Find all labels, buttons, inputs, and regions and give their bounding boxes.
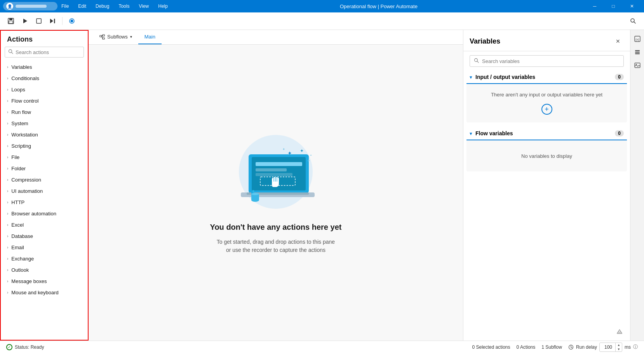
- actions-list: › Variables › Conditionals › Loops › Flo…: [1, 61, 88, 340]
- spin-up-button[interactable]: ▲: [616, 343, 622, 347]
- svg-rect-15: [103, 38, 104, 39]
- variables-icon[interactable]: {x}: [632, 33, 643, 45]
- spin-down-button[interactable]: ▼: [616, 347, 622, 351]
- status-label: Status: Ready: [15, 344, 44, 350]
- action-item-label: Run flow: [11, 109, 31, 115]
- run-delay-value[interactable]: 100: [600, 344, 615, 351]
- chevron-icon: ›: [7, 76, 8, 80]
- image-icon[interactable]: [632, 59, 643, 71]
- action-item-label: Scripting: [11, 143, 31, 149]
- action-item-database[interactable]: › Database: [1, 231, 88, 242]
- chevron-icon: ›: [7, 166, 8, 171]
- action-item-flow-control[interactable]: › Flow control: [1, 95, 88, 107]
- step-button[interactable]: [47, 15, 59, 27]
- layers-icon[interactable]: [632, 46, 643, 58]
- action-item-label: System: [11, 121, 28, 126]
- flow-variables-header[interactable]: ▾ Flow variables 0: [466, 127, 627, 140]
- action-item-mouse-keyboard[interactable]: › Mouse and keyboard: [1, 287, 88, 298]
- action-item-browser-automation[interactable]: › Browser automation: [1, 208, 88, 219]
- action-item-label: File: [11, 154, 19, 160]
- action-item-scripting[interactable]: › Scripting: [1, 140, 88, 152]
- svg-point-31: [251, 193, 259, 195]
- user-avatar: 👤: [3, 2, 57, 10]
- avatar-icon: 👤: [6, 3, 13, 10]
- action-item-label: Workstation: [11, 132, 38, 138]
- action-item-conditionals[interactable]: › Conditionals: [1, 73, 88, 84]
- empty-state-subtitle: To get started, drag and drop actions to…: [217, 238, 335, 254]
- action-item-file[interactable]: › File: [1, 152, 88, 163]
- search-actions-input[interactable]: [16, 49, 80, 55]
- empty-state-title: You don't have any actions here yet: [210, 223, 342, 232]
- action-item-label: Message boxes: [11, 278, 47, 284]
- svg-rect-13: [100, 35, 102, 37]
- svg-line-12: [12, 52, 13, 54]
- action-item-ui-automation[interactable]: › UI automation: [1, 185, 88, 197]
- menu-help[interactable]: Help: [154, 2, 172, 10]
- chevron-icon: ›: [7, 200, 8, 204]
- tab-main[interactable]: Main: [138, 30, 162, 44]
- menu-view[interactable]: View: [135, 2, 153, 10]
- chevron-icon: ›: [7, 189, 8, 193]
- status-dot: [6, 344, 12, 350]
- close-variables-button[interactable]: ✕: [612, 35, 624, 47]
- action-item-exchange[interactable]: › Exchange: [1, 253, 88, 264]
- close-button[interactable]: ✕: [623, 0, 641, 12]
- run-delay-info-icon[interactable]: ⓘ: [633, 344, 638, 350]
- run-delay-spinners: ▲ ▼: [615, 343, 622, 351]
- empty-state-illustration: ✦ ✦ + + ✦: [225, 131, 326, 217]
- action-item-workstation[interactable]: › Workstation: [1, 129, 88, 140]
- maximize-button[interactable]: □: [604, 0, 622, 12]
- run-delay-unit: ms: [625, 344, 631, 350]
- subflows-button[interactable]: Subflows ▾: [95, 30, 137, 44]
- app-body: Actions › Variables › Conditionals: [0, 12, 644, 353]
- svg-rect-6: [54, 19, 55, 23]
- search-button[interactable]: [627, 15, 639, 27]
- action-item-compression[interactable]: › Compression: [1, 174, 88, 185]
- record-button[interactable]: [66, 15, 78, 27]
- svg-rect-24: [256, 168, 287, 171]
- menu-tools[interactable]: Tools: [115, 2, 133, 10]
- subflows-chevron-icon: ▾: [130, 35, 132, 39]
- run-button[interactable]: [19, 15, 31, 27]
- action-item-variables[interactable]: › Variables: [1, 61, 88, 73]
- svg-point-8: [71, 20, 73, 23]
- save-button[interactable]: [5, 15, 17, 27]
- minimize-button[interactable]: ─: [586, 0, 604, 12]
- add-variable-button[interactable]: +: [541, 104, 552, 115]
- chevron-icon: ›: [7, 245, 8, 250]
- search-variables-input[interactable]: [482, 58, 620, 64]
- stop-button[interactable]: [33, 15, 45, 27]
- status-ready: Status: Ready: [6, 344, 44, 350]
- input-output-title: Input / output variables: [475, 74, 612, 80]
- content-area: Actions › Variables › Conditionals: [0, 30, 644, 341]
- menu-file[interactable]: File: [57, 2, 73, 10]
- action-item-excel[interactable]: › Excel: [1, 219, 88, 231]
- action-item-outlook[interactable]: › Outlook: [1, 264, 88, 276]
- menu-bar: File Edit Debug Tools View Help: [57, 2, 172, 10]
- action-item-http[interactable]: › HTTP: [1, 197, 88, 208]
- variables-body: ▾ Input / output variables 0 There aren'…: [463, 71, 630, 323]
- action-item-folder[interactable]: › Folder: [1, 163, 88, 174]
- svg-line-10: [634, 22, 635, 23]
- action-item-email[interactable]: › Email: [1, 242, 88, 253]
- variables-title: Variables: [470, 37, 612, 45]
- actions-title: Actions: [1, 31, 88, 47]
- svg-rect-45: [635, 53, 640, 54]
- actions-search-icon: [8, 49, 13, 55]
- variables-header: Variables ✕: [463, 30, 630, 51]
- flow-variables-title: Flow variables: [475, 130, 612, 136]
- actions-search-box: [5, 47, 84, 58]
- action-item-loops[interactable]: › Loops: [1, 84, 88, 95]
- menu-edit[interactable]: Edit: [74, 2, 90, 10]
- chevron-icon: ›: [7, 211, 8, 216]
- clear-button[interactable]: [614, 326, 625, 337]
- input-output-header[interactable]: ▾ Input / output variables 0: [466, 71, 627, 84]
- action-item-label: HTTP: [11, 199, 24, 205]
- chevron-icon: ›: [7, 257, 8, 261]
- chevron-icon: ›: [7, 268, 8, 272]
- action-item-run-flow[interactable]: › Run flow: [1, 107, 88, 118]
- action-item-system[interactable]: › System: [1, 118, 88, 129]
- action-item-message-boxes[interactable]: › Message boxes: [1, 276, 88, 287]
- titlebar: 👤 File Edit Debug Tools View Help Operat…: [0, 0, 644, 12]
- menu-debug[interactable]: Debug: [92, 2, 113, 10]
